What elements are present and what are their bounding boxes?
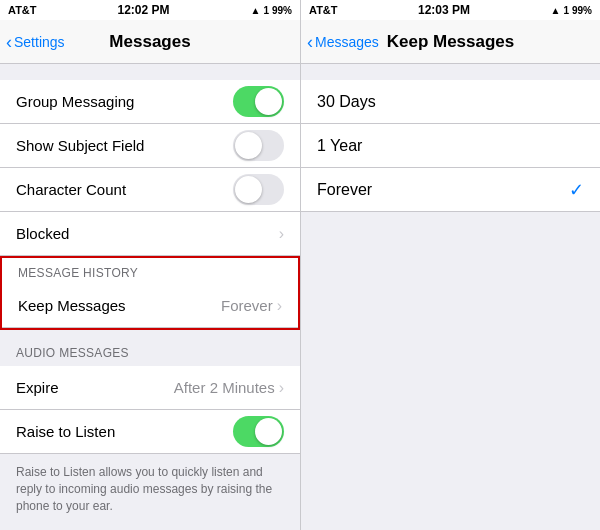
nav-title-right: Keep Messages <box>387 32 515 52</box>
gps-icon-right: ▲ <box>551 5 561 16</box>
audio-section-header: AUDIO MESSAGES <box>0 330 300 366</box>
chevron-expire: › <box>279 379 284 397</box>
signal-left: 1 <box>263 5 269 16</box>
cell-keep-messages[interactable]: Keep Messages Forever › <box>2 284 298 328</box>
options-list: 30 Days 1 Year Forever ✓ <box>301 64 600 530</box>
value-blocked: › <box>279 225 284 243</box>
toggle-character-count[interactable] <box>233 174 284 205</box>
label-raise-to-listen: Raise to Listen <box>16 423 115 440</box>
right-panel: AT&T 12:03 PM ▲ 1 99% ‹ Messages Keep Me… <box>300 0 600 530</box>
highlighted-block: MESSAGE HISTORY Keep Messages Forever › <box>0 256 300 330</box>
nav-title-left: Messages <box>109 32 190 52</box>
toggle-thumb-group-messaging <box>255 88 282 115</box>
label-show-subject-field: Show Subject Field <box>16 137 144 154</box>
carrier-left: AT&T <box>8 4 37 16</box>
toggle-group-messaging[interactable] <box>233 86 284 117</box>
description-text: Raise to Listen allows you to quickly li… <box>0 454 300 524</box>
option-label-forever: Forever <box>317 181 372 199</box>
option-label-1-year: 1 Year <box>317 137 362 155</box>
back-button-right[interactable]: ‹ Messages <box>307 33 379 51</box>
back-button-left[interactable]: ‹ Settings <box>6 33 65 51</box>
option-label-30-days: 30 Days <box>317 93 376 111</box>
message-history-section: MESSAGE HISTORY Keep Messages Forever › <box>0 256 300 330</box>
label-group-messaging: Group Messaging <box>16 93 134 110</box>
chevron-keep-messages: › <box>277 297 282 315</box>
status-bar-left: AT&T 12:02 PM ▲ 1 99% <box>0 0 300 20</box>
chevron-blocked: › <box>279 225 284 243</box>
expire-value: After 2 Minutes <box>174 379 275 396</box>
audio-section: AUDIO MESSAGES Expire After 2 Minutes › … <box>0 330 300 454</box>
back-label-left: Settings <box>14 34 65 50</box>
toggle-thumb-character-count <box>235 176 262 203</box>
cell-blocked[interactable]: Blocked › <box>0 212 300 256</box>
option-1-year[interactable]: 1 Year <box>301 124 600 168</box>
value-expire: After 2 Minutes › <box>174 379 284 397</box>
status-bar-right: AT&T 12:03 PM ▲ 1 99% <box>301 0 600 20</box>
battery-left: 99% <box>272 5 292 16</box>
label-character-count: Character Count <box>16 181 126 198</box>
label-blocked: Blocked <box>16 225 69 242</box>
toggle-thumb-show-subject-field <box>235 132 262 159</box>
option-forever[interactable]: Forever ✓ <box>301 168 600 212</box>
right-icons-left: ▲ 1 99% <box>251 5 292 16</box>
back-chevron-left: ‹ <box>6 33 12 51</box>
main-section: Group Messaging Show Subject Field Chara… <box>0 64 300 256</box>
settings-list: Group Messaging Show Subject Field Chara… <box>0 64 300 530</box>
cell-raise-to-listen[interactable]: Raise to Listen <box>0 410 300 454</box>
toggle-raise-to-listen[interactable] <box>233 416 284 447</box>
gps-icon-left: ▲ <box>251 5 261 16</box>
signal-right: 1 <box>563 5 569 16</box>
message-history-header: MESSAGE HISTORY <box>2 258 298 284</box>
back-label-right: Messages <box>315 34 379 50</box>
carrier-right: AT&T <box>309 4 338 16</box>
cell-group-messaging[interactable]: Group Messaging <box>0 80 300 124</box>
time-right: 12:03 PM <box>418 3 470 17</box>
value-keep-messages: Forever › <box>221 297 282 315</box>
cell-character-count[interactable]: Character Count <box>0 168 300 212</box>
checkmark-forever: ✓ <box>569 179 584 201</box>
nav-bar-right: ‹ Messages Keep Messages <box>301 20 600 64</box>
option-30-days[interactable]: 30 Days <box>301 80 600 124</box>
toggle-show-subject-field[interactable] <box>233 130 284 161</box>
back-chevron-right: ‹ <box>307 33 313 51</box>
left-panel: AT&T 12:02 PM ▲ 1 99% ‹ Settings Message… <box>0 0 300 530</box>
cell-expire[interactable]: Expire After 2 Minutes › <box>0 366 300 410</box>
right-icons-right: ▲ 1 99% <box>551 5 592 16</box>
label-keep-messages: Keep Messages <box>18 297 126 314</box>
label-expire: Expire <box>16 379 59 396</box>
keep-messages-value: Forever <box>221 297 273 314</box>
toggle-thumb-raise-to-listen <box>255 418 282 445</box>
nav-bar-left: ‹ Settings Messages <box>0 20 300 64</box>
time-left: 12:02 PM <box>118 3 170 17</box>
battery-right: 99% <box>572 5 592 16</box>
cell-show-subject-field[interactable]: Show Subject Field <box>0 124 300 168</box>
